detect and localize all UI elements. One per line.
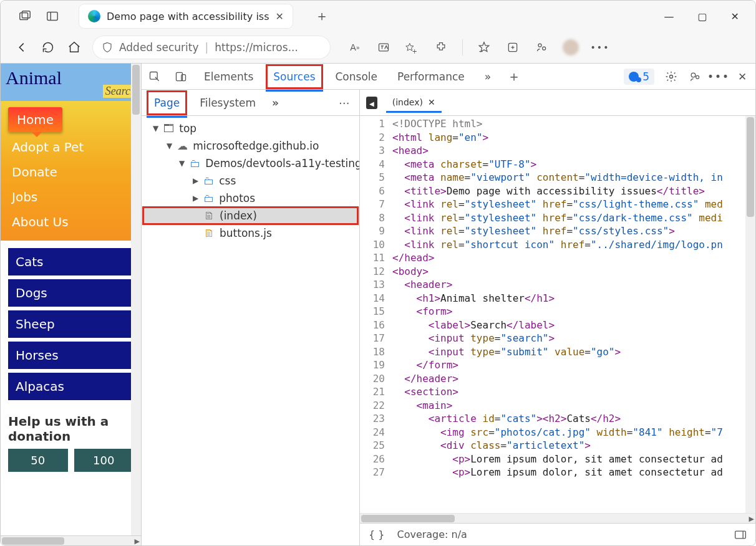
nav-tab-page[interactable]: Page xyxy=(150,94,183,112)
tab-elements[interactable]: Elements xyxy=(200,68,257,85)
tab-performance[interactable]: Performance xyxy=(394,68,468,85)
source-editor: (index) ✕ 1 2 3 4 5 6 7 8 9 10 11 12 13 … xyxy=(360,90,755,545)
editor-tab-label: (index) xyxy=(392,97,423,107)
nav-more-icon[interactable]: ⋯ xyxy=(339,97,351,109)
nav-home[interactable]: Home xyxy=(8,107,62,132)
donate-50[interactable]: 50 xyxy=(8,449,68,472)
nav-horses[interactable]: Horses xyxy=(8,342,133,369)
editor-scrollbar-h[interactable]: ◀▶ xyxy=(360,513,755,523)
editor-scrollbar-v[interactable] xyxy=(745,116,755,513)
inspect-icon[interactable] xyxy=(148,70,162,84)
nav-tabs-overflow[interactable]: » xyxy=(272,97,279,109)
file-tree: ▼🗔top ▼☁microsoftedge.github.io ▼🗀Demos/… xyxy=(142,116,359,545)
web-page: Animal Search Home Adopt a Pet Donate Jo… xyxy=(1,64,141,545)
page-scrollbar-v[interactable] xyxy=(131,64,141,535)
toggle-navigator-icon[interactable] xyxy=(366,97,377,109)
tree-folder-css[interactable]: ▶🗀css xyxy=(143,172,358,189)
issues-badge[interactable]: 5 xyxy=(624,69,654,85)
address-bar[interactable]: Added security | https://micros... xyxy=(93,36,330,59)
svg-rect-1 xyxy=(22,11,30,18)
code-view[interactable]: <!DOCTYPE html> <html lang="en"> <head> … xyxy=(390,116,755,513)
svg-rect-0 xyxy=(20,13,28,20)
pretty-print-icon[interactable]: { } xyxy=(369,529,384,540)
nav-adopt[interactable]: Adopt a Pet xyxy=(1,135,141,160)
svg-point-5 xyxy=(538,44,541,47)
issues-count: 5 xyxy=(642,70,649,83)
tree-file-index[interactable]: 🗎(index) xyxy=(143,207,358,224)
nav-about[interactable]: About Us xyxy=(1,209,141,234)
svg-point-6 xyxy=(543,47,546,50)
close-tab-icon[interactable]: ✕ xyxy=(276,11,284,22)
tree-top[interactable]: ▼🗔top xyxy=(143,120,358,137)
sources-navigator: Page Filesystem » ⋯ ▼🗔top ▼☁microsoftedg… xyxy=(142,90,360,545)
donate-100[interactable]: 100 xyxy=(74,449,134,472)
add-tab-icon[interactable]: ＋ xyxy=(507,70,521,84)
workspaces-icon[interactable] xyxy=(18,9,32,23)
favorites-list-icon[interactable] xyxy=(477,40,492,55)
secondary-nav: Cats Dogs Sheep Horses Alpacas xyxy=(1,241,141,411)
browser-toolbar: Added security | https://micros... A» + … xyxy=(1,32,755,63)
editor-tab-index[interactable]: (index) ✕ xyxy=(386,93,442,113)
translate-icon[interactable] xyxy=(376,40,391,55)
close-devtools-icon[interactable]: ✕ xyxy=(735,70,749,84)
menu-icon[interactable]: ••• xyxy=(593,40,608,55)
tab-title: Demo page with accessibility iss xyxy=(107,11,269,22)
nav-tab-filesystem[interactable]: Filesystem xyxy=(196,94,259,112)
profile-avatar[interactable] xyxy=(563,39,579,55)
devtools-panel: Elements Sources Console Performance » ＋… xyxy=(141,64,755,545)
page-header: Animal Search xyxy=(1,64,141,101)
nav-jobs[interactable]: Jobs xyxy=(1,184,141,209)
page-scrollbar-h[interactable]: ◀▶ xyxy=(1,535,141,545)
tree-folder-demos[interactable]: ▼🗀Demos/devtools-a11y-testing xyxy=(143,155,358,172)
titlebar: Demo page with accessibility iss ✕ ＋ — ▢… xyxy=(1,1,755,32)
minimize-button[interactable]: — xyxy=(664,11,674,22)
security-label: Added security xyxy=(119,41,198,54)
svg-point-12 xyxy=(696,75,699,79)
edge-favicon-icon xyxy=(88,10,100,22)
back-button[interactable] xyxy=(14,40,29,55)
shield-icon xyxy=(102,42,113,53)
nav-dogs[interactable]: Dogs xyxy=(8,279,133,307)
nav-sheep[interactable]: Sheep xyxy=(8,310,133,338)
tabs-overflow[interactable]: » xyxy=(481,68,495,85)
feedback-icon[interactable] xyxy=(688,70,702,84)
nav-cats[interactable]: Cats xyxy=(8,248,133,275)
nav-donate[interactable]: Donate xyxy=(1,160,141,184)
profile-switch-icon[interactable] xyxy=(534,40,549,55)
maximize-button[interactable]: ▢ xyxy=(697,11,707,22)
favorite-icon[interactable]: + xyxy=(405,40,420,55)
close-window-button[interactable]: ✕ xyxy=(731,11,739,22)
devtools-tabs: Elements Sources Console Performance » ＋… xyxy=(142,64,755,90)
devtools-status-bar: { } Coverage: n/a xyxy=(360,523,755,545)
new-tab-button[interactable]: ＋ xyxy=(315,7,329,26)
tree-file-buttons-js[interactable]: 🗎buttons.js xyxy=(143,224,358,242)
home-button[interactable] xyxy=(67,40,82,55)
more-icon[interactable]: ••• xyxy=(712,70,725,84)
line-gutter: 1 2 3 4 5 6 7 8 9 10 11 12 13 14 15 16 1… xyxy=(360,116,390,513)
tab-console[interactable]: Console xyxy=(332,68,382,85)
extensions-icon[interactable] xyxy=(434,40,448,55)
tree-folder-photos[interactable]: ▶🗀photos xyxy=(143,189,358,207)
refresh-button[interactable] xyxy=(41,40,56,55)
svg-point-10 xyxy=(670,75,673,78)
tree-domain[interactable]: ▼☁microsoftedge.github.io xyxy=(143,137,358,155)
device-icon[interactable] xyxy=(174,70,188,84)
tab-actions-icon[interactable] xyxy=(46,9,59,23)
tab-sources[interactable]: Sources xyxy=(269,68,319,85)
url-text: https://micros... xyxy=(215,41,298,54)
svg-point-11 xyxy=(691,73,695,77)
settings-icon[interactable] xyxy=(664,70,678,84)
donation-heading: Help us with a donation xyxy=(1,411,141,449)
sidebar-toggle-icon[interactable] xyxy=(734,530,747,540)
nav-alpacas[interactable]: Alpacas xyxy=(8,373,133,400)
primary-nav: Home Adopt a Pet Donate Jobs About Us xyxy=(1,101,141,241)
svg-rect-2 xyxy=(47,12,58,21)
coverage-label: Coverage: n/a xyxy=(397,529,467,540)
collections-icon[interactable] xyxy=(505,40,520,55)
close-file-icon[interactable]: ✕ xyxy=(428,97,435,107)
reader-icon[interactable]: A» xyxy=(347,40,362,55)
issue-dot-icon xyxy=(629,72,639,82)
browser-tab[interactable]: Demo page with accessibility iss ✕ xyxy=(79,4,293,28)
svg-rect-13 xyxy=(735,531,746,539)
